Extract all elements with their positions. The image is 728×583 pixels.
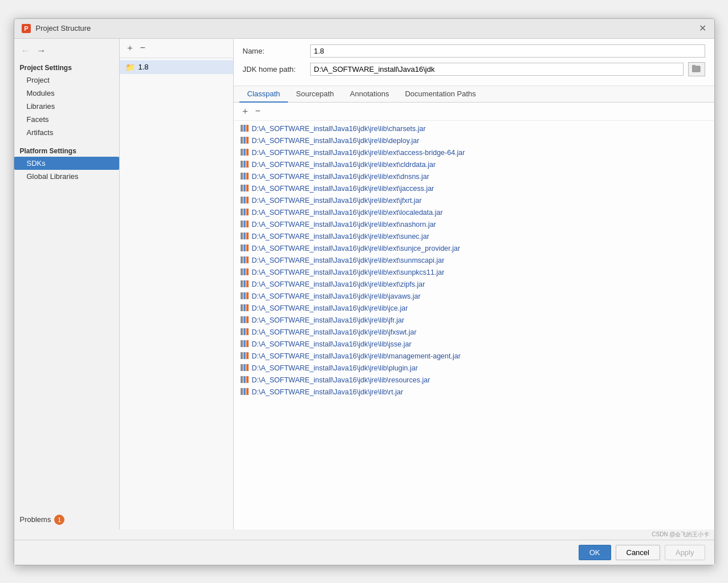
svg-rect-44: [243, 280, 246, 287]
jar-list-item[interactable]: D:\A_SOFTWARE_install\Java16\jdk\jre\lib…: [234, 303, 714, 315]
svg-rect-43: [241, 280, 243, 287]
jar-list-item[interactable]: D:\A_SOFTWARE_install\Java16\jdk\jre\lib…: [234, 374, 714, 386]
watermark: CSDN @会飞的王小卡: [14, 529, 714, 540]
jar-list-item[interactable]: D:\A_SOFTWARE_install\Java16\jdk\jre\lib…: [234, 207, 714, 219]
svg-rect-59: [243, 340, 246, 347]
jar-list-item[interactable]: D:\A_SOFTWARE_install\Java16\jdk\jre\lib…: [234, 327, 714, 339]
sidebar-item-facets[interactable]: Facets: [14, 113, 119, 126]
jar-list-item[interactable]: D:\A_SOFTWARE_install\Java16\jdk\jre\lib…: [234, 279, 714, 291]
jar-icon: [241, 280, 249, 290]
jar-path: D:\A_SOFTWARE_install\Java16\jdk\jre\lib…: [252, 244, 461, 252]
jar-list-item[interactable]: D:\A_SOFTWARE_install\Java16\jdk\jre\lib…: [234, 291, 714, 303]
jar-icon: [241, 196, 249, 206]
jar-icon: [241, 184, 249, 194]
jar-list-item[interactable]: D:\A_SOFTWARE_install\Java16\jdk\jre\lib…: [234, 195, 714, 207]
app-icon: P: [21, 23, 31, 34]
sidebar-item-artifacts[interactable]: Artifacts: [14, 126, 119, 139]
svg-rect-10: [241, 149, 243, 156]
svg-rect-60: [246, 340, 249, 347]
jar-list-item[interactable]: D:\A_SOFTWARE_install\Java16\jdk\jre\lib…: [234, 123, 714, 135]
jar-icon: [241, 244, 249, 254]
tab-sourcepath[interactable]: Sourcepath: [288, 86, 342, 103]
jar-list-item[interactable]: D:\A_SOFTWARE_install\Java16\jdk\jre\lib…: [234, 183, 714, 195]
sidebar-item-project[interactable]: Project: [14, 74, 119, 87]
close-button[interactable]: ✕: [698, 24, 707, 33]
svg-rect-61: [241, 352, 243, 359]
content-toolbar: ＋ −: [234, 103, 714, 121]
tab-classpath[interactable]: Classpath: [239, 86, 288, 103]
name-label: Name:: [243, 47, 306, 55]
svg-rect-19: [241, 185, 243, 191]
jar-list-item[interactable]: D:\A_SOFTWARE_install\Java16\jdk\jre\lib…: [234, 171, 714, 183]
platform-settings-label: Platform Settings: [14, 144, 119, 157]
svg-rect-46: [241, 292, 243, 299]
remove-sdk-button[interactable]: −: [139, 42, 147, 54]
nav-arrows: ← →: [14, 41, 119, 60]
jar-icon: [241, 256, 249, 266]
jar-path: D:\A_SOFTWARE_install\Java16\jdk\jre\lib…: [252, 185, 434, 193]
ok-button[interactable]: OK: [579, 545, 611, 560]
svg-rect-70: [241, 388, 243, 395]
remove-jar-button[interactable]: −: [254, 105, 262, 117]
svg-rect-55: [241, 328, 243, 335]
jar-path: D:\A_SOFTWARE_install\Java16\jdk\jre\lib…: [252, 352, 461, 360]
jar-list-item[interactable]: D:\A_SOFTWARE_install\Java16\jdk\jre\lib…: [234, 267, 714, 279]
jar-list-item[interactable]: D:\A_SOFTWARE_install\Java16\jdk\jre\lib…: [234, 135, 714, 147]
jar-list-item[interactable]: D:\A_SOFTWARE_install\Java16\jdk\jre\lib…: [234, 315, 714, 327]
jar-path: D:\A_SOFTWARE_install\Java16\jdk\jre\lib…: [252, 340, 412, 348]
svg-rect-2: [692, 66, 700, 72]
sdk-item[interactable]: 📁 1.8: [120, 60, 233, 74]
sidebar-item-modules[interactable]: Modules: [14, 87, 119, 100]
add-sdk-button[interactable]: ＋: [124, 42, 136, 54]
browse-button[interactable]: [688, 62, 705, 76]
svg-rect-67: [241, 376, 243, 383]
jar-icon: [241, 268, 249, 278]
jar-list-item[interactable]: D:\A_SOFTWARE_install\Java16\jdk\jre\lib…: [234, 386, 714, 398]
forward-button[interactable]: →: [35, 44, 48, 57]
svg-rect-22: [241, 197, 243, 203]
jar-path: D:\A_SOFTWARE_install\Java16\jdk\jre\lib…: [252, 316, 405, 324]
tab-documentation[interactable]: Documentation Paths: [397, 86, 483, 103]
jar-path: D:\A_SOFTWARE_install\Java16\jdk\jre\lib…: [252, 233, 429, 240]
svg-rect-20: [243, 185, 246, 191]
bottom-section: CSDN @会飞的王小卡 OK Cancel Apply: [14, 529, 714, 565]
apply-button[interactable]: Apply: [665, 545, 705, 560]
project-structure-dialog: P Project Structure ✕ ← → Project Settin…: [14, 18, 715, 565]
jar-list-item[interactable]: D:\A_SOFTWARE_install\Java16\jdk\jre\lib…: [234, 339, 714, 350]
sidebar-item-libraries[interactable]: Libraries: [14, 100, 119, 113]
svg-rect-40: [241, 268, 243, 275]
back-button[interactable]: ←: [19, 44, 32, 57]
project-settings-label: Project Settings: [14, 60, 119, 74]
svg-rect-69: [246, 376, 249, 383]
jar-path: D:\A_SOFTWARE_install\Java16\jdk\jre\lib…: [252, 197, 422, 205]
cancel-button[interactable]: Cancel: [616, 545, 660, 560]
jar-list-item[interactable]: D:\A_SOFTWARE_install\Java16\jdk\jre\lib…: [234, 231, 714, 243]
add-jar-button[interactable]: ＋: [239, 105, 251, 117]
jar-list-item[interactable]: D:\A_SOFTWARE_install\Java16\jdk\jre\lib…: [234, 159, 714, 171]
jar-list-item[interactable]: D:\A_SOFTWARE_install\Java16\jdk\jre\lib…: [234, 350, 714, 362]
svg-rect-23: [243, 197, 246, 203]
jar-icon: [241, 148, 249, 158]
sidebar-item-global-libraries[interactable]: Global Libraries: [14, 170, 119, 183]
svg-rect-13: [241, 161, 243, 168]
sidebar-item-sdks[interactable]: SDKs: [14, 157, 119, 170]
jar-path: D:\A_SOFTWARE_install\Java16\jdk\jre\lib…: [252, 137, 420, 145]
svg-rect-7: [241, 137, 243, 144]
title-bar: P Project Structure ✕: [14, 19, 714, 39]
tab-annotations[interactable]: Annotations: [342, 86, 397, 103]
title-bar-left: P Project Structure: [21, 23, 91, 34]
svg-rect-48: [246, 292, 249, 299]
folder-icon: 📁: [125, 63, 135, 72]
jar-list-item[interactable]: D:\A_SOFTWARE_install\Java16\jdk\jre\lib…: [234, 243, 714, 255]
svg-rect-14: [243, 161, 246, 168]
jar-list-item[interactable]: D:\A_SOFTWARE_install\Java16\jdk\jre\lib…: [234, 255, 714, 267]
svg-rect-24: [246, 197, 249, 203]
jdk-path-input[interactable]: [310, 63, 684, 76]
jar-icon: [241, 316, 249, 325]
jar-list-item[interactable]: D:\A_SOFTWARE_install\Java16\jdk\jre\lib…: [234, 147, 714, 159]
jar-list-item[interactable]: D:\A_SOFTWARE_install\Java16\jdk\jre\lib…: [234, 219, 714, 231]
jar-list-item[interactable]: D:\A_SOFTWARE_install\Java16\jdk\jre\lib…: [234, 362, 714, 374]
problems-section[interactable]: Problems 1: [14, 510, 119, 529]
name-input[interactable]: [310, 44, 705, 58]
svg-rect-35: [243, 244, 246, 251]
